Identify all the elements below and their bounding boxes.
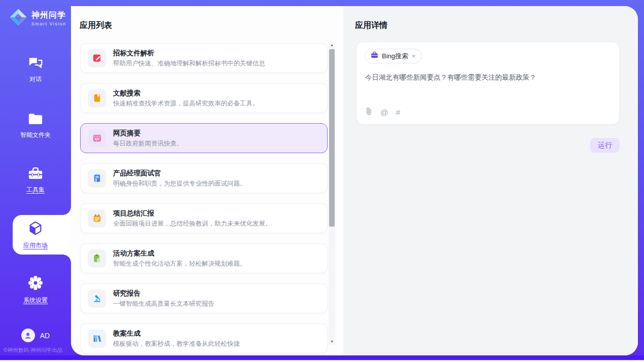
- briefcase-icon: [371, 51, 378, 61]
- app-card-desc: 明确身份和职责，为您提供专业性的面试问题。: [113, 179, 246, 188]
- brand-subtitle: Smart Vision: [31, 21, 66, 26]
- sidebar-item-label: 对话: [29, 75, 42, 84]
- app-card-event-plan[interactable]: 活动方案生成 智能生成个性化活动方案，轻松解决规划难题。: [80, 243, 328, 273]
- gear-icon: [28, 275, 43, 293]
- sidebar-item-label: 工具集: [26, 186, 45, 194]
- person-doc-icon: [88, 169, 106, 188]
- sidebar-item-label: 系统设置: [23, 296, 48, 305]
- copyright-text: ©神州数码·神州问学出品: [4, 347, 71, 354]
- app-list-scrollbar[interactable]: ▲ ▼: [329, 42, 335, 345]
- chat-icon: [28, 56, 43, 71]
- avatar: [21, 329, 35, 342]
- user-account[interactable]: AD: [0, 329, 71, 342]
- pencil-square-icon: [88, 49, 106, 67]
- app-card-name: 文献搜索: [113, 89, 259, 98]
- app-card-desc: 一键智能生成高质量长文本研究报告: [113, 300, 214, 308]
- composer-toolbar: @ #: [365, 107, 400, 118]
- sidebar-item-label: 应用市场: [23, 241, 48, 250]
- sidebar: 神州问学 Smart Vision 对话 智能文件夹: [0, 0, 71, 355]
- sidebar-item-app-market[interactable]: 应用市场: [0, 221, 71, 250]
- book-icon: [88, 89, 106, 107]
- scrollbar-thumb[interactable]: [329, 49, 335, 227]
- books-icon: [88, 330, 106, 348]
- tool-tag-bing-search[interactable]: Bing搜索 ×: [365, 49, 422, 63]
- app-card-name: 网页摘要: [113, 129, 183, 138]
- main-content: 应用列表 招标文件解析 帮助用户快速、准确地理解和解析招标书中的关键信息: [71, 6, 638, 355]
- at-icon[interactable]: @: [380, 108, 388, 117]
- app-card-desc: 每日政府新闻资讯快查。: [113, 139, 183, 148]
- app-detail-title: 应用详情: [355, 20, 387, 31]
- app-card-name: 项目总结汇报: [113, 209, 272, 218]
- app-card-name: 产品经理面试官: [113, 169, 246, 178]
- app-list-panel: 应用列表 招标文件解析 帮助用户快速、准确地理解和解析招标书中的关键信息: [71, 6, 343, 355]
- app-card-desc: 智能生成个性化活动方案，轻松解决规划难题。: [113, 260, 246, 268]
- brand-name: 神州问学: [31, 10, 66, 21]
- sidebar-item-chat[interactable]: 对话: [0, 56, 71, 84]
- app-card-desc: 快速精准查找学术资源，提高研究效率的必备工具。: [113, 99, 259, 107]
- toolbox-icon: [28, 166, 43, 182]
- query-input[interactable]: 今日湖北有哪些新闻要点？有哪些需要关注的最新政策？: [365, 73, 611, 83]
- run-button[interactable]: 运行: [590, 138, 620, 153]
- app-card-bid-document-analysis[interactable]: 招标文件解析 帮助用户快速、准确地理解和解析招标书中的关键信息: [80, 43, 328, 73]
- tool-tag-label: Bing搜索: [382, 52, 408, 61]
- gem-diamond-icon: [9, 8, 27, 28]
- app-card-research-report[interactable]: 研究报告 一键智能生成高质量长文本研究报告: [80, 283, 328, 313]
- paperclip-icon[interactable]: [365, 107, 373, 118]
- calendar-note-icon: [88, 209, 106, 228]
- app-card-desc: 模板驱动，教案秒成，教学准备从此轻松快捷: [113, 340, 240, 348]
- app-card-list: 招标文件解析 帮助用户快速、准确地理解和解析招标书中的关键信息 文献搜索 快速精…: [80, 43, 328, 355]
- app-card-project-summary[interactable]: 项目总结汇报 全面回顾项目进展，总结经验教训，助力未来优化发展。: [80, 203, 328, 233]
- clipboard-check-icon: [88, 249, 106, 268]
- brand-logo: 神州问学 Smart Vision: [9, 8, 66, 28]
- brand-text: 神州问学 Smart Vision: [31, 10, 66, 26]
- close-icon[interactable]: ×: [412, 53, 416, 59]
- query-editor-card: Bing搜索 × 今日湖北有哪些新闻要点？有哪些需要关注的最新政策？ @ #: [356, 42, 620, 125]
- hash-icon[interactable]: #: [396, 108, 401, 117]
- bottom-accent-bar: [0, 355, 644, 360]
- browser-code-icon: [88, 129, 106, 148]
- app-card-desc: 帮助用户快速、准确地理解和解析招标书中的关键信息: [113, 59, 265, 67]
- sidebar-item-toolset[interactable]: 工具集: [0, 166, 71, 194]
- microscope-icon: [88, 289, 106, 308]
- app-card-lesson-plan[interactable]: 教案生成 模板驱动，教案秒成，教学准备从此轻松快捷: [80, 323, 328, 353]
- app-card-name: 活动方案生成: [113, 249, 246, 258]
- cube-icon: [28, 221, 43, 238]
- scrollbar-down-arrow-icon[interactable]: ▼: [329, 338, 335, 345]
- sidebar-item-label: 智能文件夹: [20, 131, 51, 139]
- app-card-name: 招标文件解析: [113, 49, 265, 58]
- sidebar-item-settings[interactable]: 系统设置: [0, 275, 71, 305]
- app-card-name: 教案生成: [113, 329, 240, 338]
- app-card-desc: 全面回顾项目进展，总结经验教训，助力未来优化发展。: [113, 220, 272, 228]
- sidebar-item-smart-folder[interactable]: 智能文件夹: [0, 113, 71, 139]
- app-list-title: 应用列表: [80, 20, 112, 31]
- app-card-name: 研究报告: [113, 289, 214, 298]
- app-card-pm-interviewer[interactable]: 产品经理面试官 明确身份和职责，为您提供专业性的面试问题。: [80, 163, 328, 193]
- app-detail-panel: 应用详情 Bing搜索 × 今日湖北有哪些新闻要点？有哪些需要关注的最新政策？: [343, 6, 638, 355]
- app-card-web-summary[interactable]: 网页摘要 每日政府新闻资讯快查。: [80, 123, 328, 153]
- scrollbar-up-arrow-icon[interactable]: ▲: [329, 42, 335, 48]
- user-initials: AD: [40, 332, 50, 340]
- app-card-literature-search[interactable]: 文献搜索 快速精准查找学术资源，提高研究效率的必备工具。: [80, 83, 328, 113]
- folder-icon: [28, 113, 43, 127]
